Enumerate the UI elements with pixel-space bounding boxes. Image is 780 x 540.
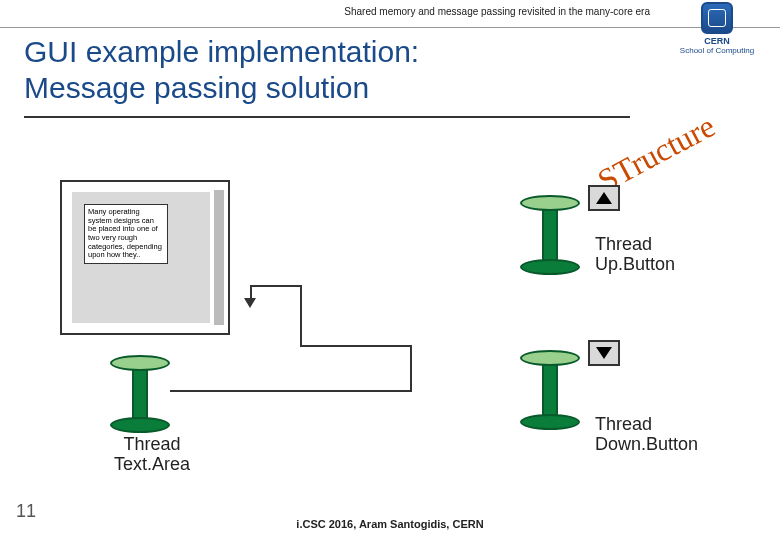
- thread-down-shape: [520, 350, 580, 436]
- logo-badge-icon: [701, 2, 733, 34]
- logo-org: CERN: [662, 36, 772, 46]
- logo-sub: School of Computing: [662, 47, 772, 56]
- thread-stem-icon: [542, 203, 558, 265]
- thread-down-label: Thread Down.Button: [595, 415, 698, 455]
- textarea-sample-text: Many operating system designs can be pla…: [84, 204, 168, 264]
- thread-base-icon: [110, 417, 170, 433]
- thread-cap-icon: [520, 350, 580, 366]
- thread-cap-icon: [110, 355, 170, 371]
- thread-up-shape: [520, 195, 580, 281]
- thread-textarea-shape: [110, 355, 170, 439]
- down-arrow-button: [588, 340, 620, 366]
- title-line-2: Message passing solution: [24, 70, 630, 106]
- cern-logo: CERN School of Computing: [662, 2, 772, 52]
- thread-stem-icon: [132, 363, 148, 423]
- up-arrow-button: [588, 185, 620, 211]
- connector-line: [300, 345, 412, 347]
- thread-textarea-label: Thread Text.Area: [92, 435, 212, 475]
- connector-arrowhead-icon: [244, 298, 256, 308]
- thread-textarea-label-2: Text.Area: [92, 455, 212, 475]
- scrollbar-icon: [214, 190, 224, 325]
- slide-title: GUI example implementation: Message pass…: [24, 34, 630, 118]
- textarea-widget: Many operating system designs can be pla…: [60, 180, 230, 335]
- diagram-area: STructure Many operating system designs …: [40, 145, 740, 480]
- thread-base-icon: [520, 414, 580, 430]
- thread-down-label-2: Down.Button: [595, 435, 698, 455]
- thread-down-label-1: Thread: [595, 415, 698, 435]
- connector-line: [300, 285, 302, 347]
- footer-credit: i.CSC 2016, Aram Santogidis, CERN: [0, 518, 780, 530]
- thread-up-label: Thread Up.Button: [595, 235, 675, 275]
- thread-up-label-2: Up.Button: [595, 255, 675, 275]
- connector-line: [250, 285, 302, 287]
- thread-textarea-label-1: Thread: [92, 435, 212, 455]
- thread-stem-icon: [542, 358, 558, 420]
- connector-line: [170, 390, 410, 392]
- thread-cap-icon: [520, 195, 580, 211]
- title-line-1: GUI example implementation:: [24, 34, 630, 70]
- header-topic: Shared memory and message passing revisi…: [344, 6, 650, 17]
- thread-up-label-1: Thread: [595, 235, 675, 255]
- connector-line: [410, 345, 412, 392]
- thread-base-icon: [520, 259, 580, 275]
